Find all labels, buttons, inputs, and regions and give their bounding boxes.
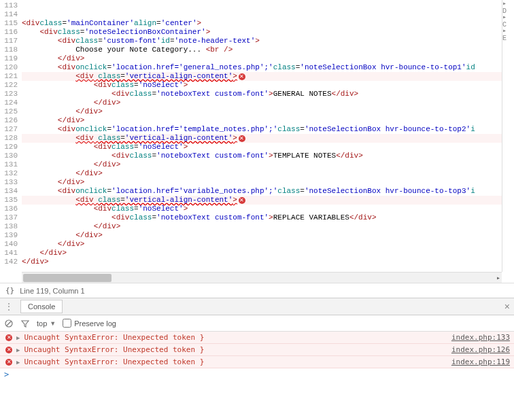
preserve-log-label: Preserve log [74,319,116,328]
line-number: 141 [0,249,18,258]
code-line[interactable]: </div> [22,249,514,258]
line-number: 127 [0,125,18,134]
error-source-link[interactable]: index.php:133 [451,333,510,342]
code-line[interactable]: </div> [22,54,514,63]
code-line[interactable]: <div class='custom-font' id='note-header… [22,37,514,46]
line-number: 113 [0,1,18,10]
line-number: 121 [0,72,18,81]
console-error-row[interactable]: ✕▶Uncaught SyntaxError: Unexpected token… [0,344,514,356]
code-line[interactable]: </div> [22,178,514,187]
scrollbar-arrow-right[interactable]: ▸ [496,274,500,282]
line-number: 117 [0,37,18,46]
error-source-link[interactable]: index.php:119 [451,357,510,366]
line-number: 135 [0,196,18,205]
line-number: 123 [0,90,18,99]
code-line[interactable]: <div onclick='location.href='general_not… [22,63,514,72]
code-line[interactable]: </div> [22,169,514,178]
line-number: 131 [0,160,18,169]
code-line[interactable]: </div> [22,222,514,231]
code-line[interactable]: <div class='noteSelectionBoxContainer'> [22,28,514,37]
code-line[interactable]: <div class='noteboxText custom-font'>REP… [22,213,514,222]
code-line[interactable]: <div onclick='location.href='variable_no… [22,187,514,196]
error-icon: ✕ [5,334,12,341]
error-icon: ✕ [5,359,12,366]
line-number: 142 [0,258,18,266]
preserve-log-checkbox[interactable]: Preserve log [63,319,116,328]
line-number: 119 [0,54,18,63]
code-line[interactable]: <div class='noteboxText custom-font'>GEN… [22,90,514,99]
code-line[interactable]: </div> [22,116,514,125]
error-icon: ✕ [5,347,12,353]
cursor-position: Line 119, Column 1 [20,287,84,295]
line-number: 140 [0,240,18,249]
line-number: 128 [0,134,18,143]
code-line[interactable]: </div> [22,99,514,107]
code-line[interactable]: <div class='vertical-align-content'>✕ [22,72,514,81]
line-number: 130 [0,152,18,160]
code-line[interactable]: Choose your Note Category... <br /> [22,46,514,54]
horizontal-scrollbar[interactable]: ▸ [22,272,502,283]
devtools-tab-bar: ⋮ Console × [0,298,514,315]
line-number: 114 [0,10,18,19]
clear-console-icon[interactable] [4,319,14,328]
line-number-gutter: 1131141151161171181191201211221231241251… [0,0,22,272]
error-icon: ✕ [239,73,245,80]
right-edge-toolbar: ▸ D ▸ C ▸ E [502,0,514,272]
drag-handle-icon[interactable]: ⋮ [4,301,14,312]
line-number: 126 [0,116,18,125]
svg-line-1 [7,321,11,326]
line-number: 118 [0,46,18,54]
line-number: 124 [0,99,18,107]
line-number: 115 [0,19,18,28]
code-line[interactable]: <div class='noSelect'> [22,81,514,90]
console-output[interactable]: ✕▶Uncaught SyntaxError: Unexpected token… [0,332,514,368]
expand-icon[interactable]: ▶ [16,359,20,366]
tab-console[interactable]: Console [20,300,63,313]
code-line[interactable]: <div class='mainContainer' align='center… [22,19,514,28]
error-icon: ✕ [239,135,245,142]
line-number: 120 [0,63,18,72]
console-error-row[interactable]: ✕▶Uncaught SyntaxError: Unexpected token… [0,332,514,344]
code-line[interactable]: <div onclick='location.href='template_no… [22,125,514,134]
code-line[interactable]: </div> [22,240,514,249]
console-prompt[interactable]: > [0,368,514,381]
fold-icon[interactable]: {} [5,286,14,295]
line-number: 132 [0,169,18,178]
line-number: 129 [0,143,18,152]
console-error-row[interactable]: ✕▶Uncaught SyntaxError: Unexpected token… [0,356,514,368]
toolbar-item[interactable]: ▸ C [502,14,514,27]
code-line[interactable]: <div class='noteboxText custom-font'>TEM… [22,152,514,160]
error-message: Uncaught SyntaxError: Unexpected token } [24,345,204,354]
scrollbar-thumb[interactable] [23,274,112,282]
code-line[interactable]: </div> [22,231,514,240]
code-content[interactable]: <div class='mainContainer' align='center… [22,0,514,272]
chevron-down-icon: ▼ [50,320,56,327]
code-line[interactable]: <div class='noSelect'> [22,205,514,213]
close-icon[interactable]: × [504,301,510,312]
line-number: 125 [0,107,18,116]
console-toolbar: top ▼ Preserve log [0,315,514,332]
line-number: 122 [0,81,18,90]
code-line[interactable]: <div class='vertical-align-content'>✕ [22,134,514,143]
error-message: Uncaught SyntaxError: Unexpected token } [24,357,204,366]
filter-icon[interactable] [20,319,30,328]
code-line[interactable]: <div class='noSelect'> [22,143,514,152]
toolbar-item[interactable]: ▸ D [502,0,514,14]
line-number: 116 [0,28,18,37]
preserve-log-input[interactable] [63,319,71,328]
status-bar: {} Line 119, Column 1 [0,283,514,298]
code-line[interactable]: </div> [22,160,514,169]
error-source-link[interactable]: index.php:126 [451,345,510,354]
context-selector[interactable]: top ▼ [37,319,56,328]
code-line[interactable]: </div> [22,258,514,266]
code-editor[interactable]: 1131141151161171181191201211221231241251… [0,0,514,272]
toolbar-item[interactable]: ▸ E [502,27,514,41]
code-line[interactable]: <div class='vertical-align-content'>✕ [22,196,514,205]
code-line[interactable]: </div> [22,107,514,116]
code-line[interactable] [22,266,514,272]
line-number: 138 [0,222,18,231]
expand-icon[interactable]: ▶ [16,347,20,353]
expand-icon[interactable]: ▶ [16,334,20,341]
error-icon: ✕ [239,197,245,204]
error-message: Uncaught SyntaxError: Unexpected token } [24,333,204,342]
